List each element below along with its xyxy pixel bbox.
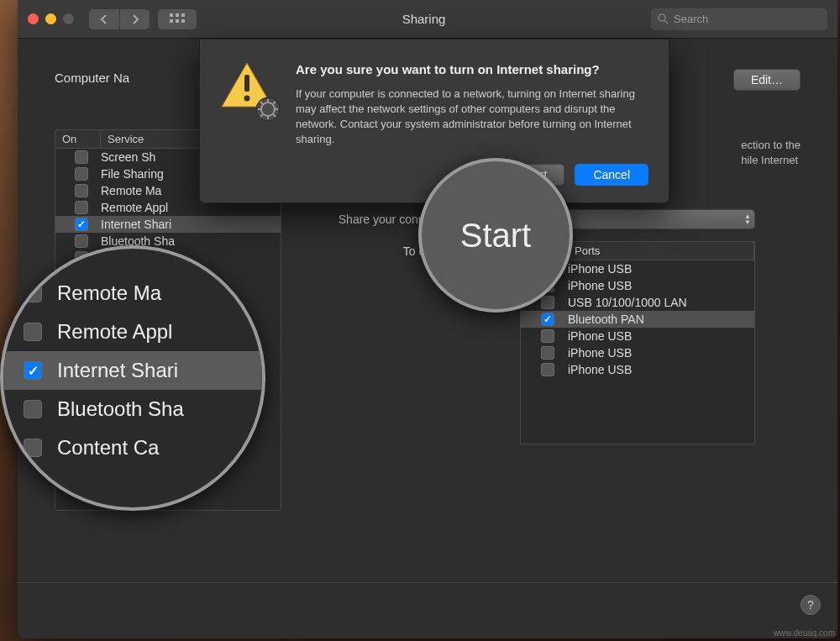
- services-header-on: On: [55, 130, 101, 149]
- port-row[interactable]: iPhone USB: [521, 344, 754, 361]
- port-label: iPhone USB: [568, 329, 748, 343]
- forward-button[interactable]: [119, 9, 150, 29]
- service-checkbox[interactable]: [75, 201, 88, 214]
- magnified-service-row: Remote Appl: [3, 313, 262, 351]
- svg-point-6: [659, 14, 665, 21]
- watermark: www.deuaq.com: [774, 628, 835, 638]
- port-label: Bluetooth PAN: [568, 313, 748, 326]
- window-controls: [28, 13, 74, 24]
- confirm-dialog: Are you sure you want to turn on Interne…: [199, 39, 669, 203]
- magnified-label: Remote Ma: [57, 281, 161, 305]
- magnified-checkbox: [24, 323, 42, 341]
- show-all-button[interactable]: [158, 9, 197, 29]
- chevron-updown-icon: ▲▼: [744, 213, 751, 225]
- service-checkbox[interactable]: [75, 167, 88, 181]
- computer-name-label: Computer Na: [55, 69, 129, 85]
- port-row[interactable]: Bluetooth PAN: [521, 311, 754, 328]
- gear-icon: [255, 97, 281, 122]
- magnified-service-row: Internet Shari: [3, 351, 262, 390]
- port-label: iPhone USB: [568, 262, 748, 276]
- search-icon: [658, 13, 669, 24]
- magnified-label: Internet Shari: [57, 359, 178, 382]
- magnifier-services: Remote MaRemote ApplInternet ShariBlueto…: [0, 245, 265, 511]
- port-row[interactable]: USB 10/100/1000 LAN: [521, 294, 754, 311]
- titlebar: Sharing Search: [18, 0, 837, 39]
- window-title: Sharing: [197, 12, 651, 26]
- nav-back-forward: [89, 9, 150, 29]
- warning-icon: [220, 61, 279, 120]
- port-checkbox[interactable]: [541, 329, 554, 343]
- magnified-service-row: Content Ca: [3, 428, 262, 467]
- service-checkbox[interactable]: [75, 150, 88, 164]
- port-checkbox[interactable]: [541, 363, 554, 376]
- svg-rect-8: [244, 75, 249, 92]
- status-sub-2: hile Internet: [741, 154, 798, 166]
- share-from-label: Share your conne: [339, 213, 432, 226]
- svg-rect-1: [176, 13, 179, 17]
- svg-rect-2: [181, 13, 185, 17]
- magnified-checkbox: [24, 439, 42, 457]
- port-checkbox[interactable]: [541, 313, 554, 326]
- dialog-title: Are you sure you want to turn on Interne…: [296, 61, 648, 78]
- port-label: iPhone USB: [568, 279, 748, 292]
- edit-button[interactable]: Edit…: [733, 69, 801, 91]
- magnified-checkbox: [24, 361, 42, 380]
- service-label: Internet Shari: [101, 218, 274, 231]
- back-button[interactable]: [89, 9, 119, 29]
- magnifier-start-label: Start: [460, 217, 531, 255]
- footer-bar: ?: [18, 582, 837, 627]
- port-row[interactable]: iPhone USB: [521, 361, 754, 378]
- svg-rect-0: [170, 13, 173, 17]
- service-row[interactable]: Internet Shari: [55, 216, 281, 233]
- svg-point-9: [244, 96, 250, 102]
- cancel-button[interactable]: Cancel: [575, 164, 648, 186]
- port-checkbox[interactable]: [541, 346, 554, 360]
- search-placeholder: Search: [674, 13, 708, 25]
- search-field[interactable]: Search: [651, 8, 827, 30]
- ports-header-ports: Ports: [568, 242, 754, 260]
- zoom-window-button[interactable]: [63, 13, 74, 24]
- dialog-message: If your computer is connected to a netwo…: [296, 87, 648, 148]
- service-checkbox[interactable]: [75, 184, 88, 197]
- magnified-checkbox: [24, 400, 42, 418]
- minimize-window-button[interactable]: [45, 13, 56, 24]
- port-label: iPhone USB: [568, 346, 748, 360]
- service-row[interactable]: Bluetooth Sha: [55, 233, 281, 250]
- magnified-service-row: Bluetooth Sha: [3, 390, 262, 428]
- magnified-label: Content Ca: [57, 436, 159, 460]
- magnified-label: Remote Appl: [57, 320, 172, 344]
- magnifier-start: Start: [418, 158, 573, 313]
- svg-rect-5: [181, 19, 185, 23]
- close-window-button[interactable]: [28, 13, 39, 24]
- port-checkbox[interactable]: [541, 296, 554, 309]
- magnified-label: Bluetooth Sha: [57, 397, 184, 421]
- svg-rect-4: [176, 19, 179, 23]
- status-sub-1: ection to the: [741, 139, 801, 151]
- port-label: USB 10/100/1000 LAN: [568, 296, 748, 309]
- port-label: iPhone USB: [568, 363, 748, 376]
- port-row[interactable]: iPhone USB: [521, 328, 754, 344]
- svg-line-7: [664, 20, 668, 24]
- help-button[interactable]: ?: [801, 595, 821, 615]
- service-checkbox[interactable]: [75, 234, 88, 248]
- svg-rect-3: [170, 19, 173, 23]
- service-checkbox[interactable]: [75, 218, 88, 231]
